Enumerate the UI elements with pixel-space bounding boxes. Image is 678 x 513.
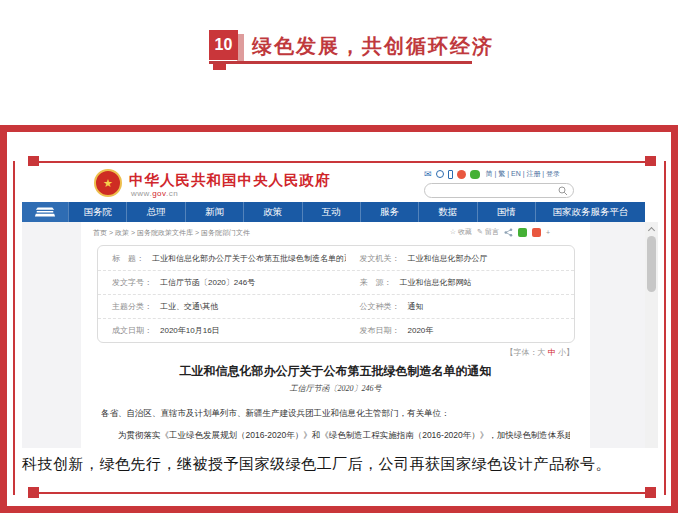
slide-number-badge: 10 <box>209 30 238 60</box>
meta-cell-source: 来 源： 工业和信息化部网站 <box>346 277 574 288</box>
weibo-icon[interactable] <box>457 170 466 179</box>
meta-label: 来 源： <box>360 277 392 288</box>
nav-item-hudong[interactable]: 互动 <box>302 202 360 222</box>
national-emblem-icon[interactable]: ★ <box>94 169 122 197</box>
rss-icon[interactable] <box>436 170 444 178</box>
inner-border-right <box>664 161 666 495</box>
meta-label: 发文机关： <box>360 253 400 264</box>
content-card: 首页 > 政策 > 国务院政策文件库 > 国务院部门文件 ☆ 收藏 ✎ 留言 + <box>81 222 590 448</box>
inner-border-top <box>32 161 652 163</box>
url-www: www. <box>131 189 152 198</box>
topbar-icons: ✉ 简 | 繁 | EN | 注册 | 登录 <box>424 169 560 179</box>
nav-item-guoqing[interactable]: 国情 <box>477 202 535 222</box>
search-box[interactable] <box>424 183 574 198</box>
meta-cell-doctype: 公文种类： 通知 <box>346 301 574 312</box>
more-share-button[interactable]: + <box>546 229 550 236</box>
slide-title: 绿色发展，共创循环经济 <box>252 31 494 61</box>
badge-shadow <box>237 34 244 63</box>
site-name[interactable]: 中华人民共和国中央人民政府 <box>129 171 331 190</box>
meta-cell-title: 标 题： 工业和信息化部办公厅关于公布第五批绿色制造名单的通知 <box>98 253 346 264</box>
nav-item-guowuyuan[interactable]: 国务院 <box>68 202 126 222</box>
meta-label: 发布日期： <box>360 325 400 336</box>
badge-stub <box>213 64 226 70</box>
wechat-share-icon[interactable] <box>518 228 527 237</box>
meta-cell-written-date: 成文日期： 2020年10月16日 <box>98 325 346 336</box>
language-links[interactable]: 简 | 繁 | EN | 注册 | 登录 <box>486 169 561 179</box>
slide-caption: 科技创新，绿色先行，继被授予国家级绿色工厂后，公司再获国家绿色设计产品称号。 <box>22 452 656 475</box>
meta-value: 工业和信息化部办公厅关于公布第五批绿色制造名单的通知 <box>152 253 346 264</box>
site-url: www.gov.cn <box>131 189 178 198</box>
wechat-icon[interactable] <box>470 170 480 179</box>
meta-label: 发文字号： <box>112 277 152 288</box>
meta-cell-issuer: 发文机关： 工业和信息化部办公厅 <box>346 253 574 264</box>
document-paragraph: 为贯彻落实《工业绿色发展规划（2016-2020年）》和《绿色制造工程实施指南（… <box>101 429 570 442</box>
font-large-button[interactable]: 大 <box>538 348 546 357</box>
url-cn: .cn <box>166 189 178 198</box>
nav-home-item[interactable] <box>22 202 68 222</box>
mobile-icon[interactable] <box>448 170 453 179</box>
nav-item-zhengwu-platform[interactable]: 国家政务服务平台 <box>535 202 645 222</box>
page-actions: ☆ 收藏 ✎ 留言 + <box>450 227 550 237</box>
meta-label: 公文种类： <box>360 301 400 312</box>
search-input[interactable] <box>432 185 554 196</box>
inner-border-left <box>13 161 15 495</box>
font-size-bar: 【字体：大 中 小】 <box>506 347 574 358</box>
document-paragraph: 各省、自治区、直辖市及计划单列市、新疆生产建设兵团工业和信息化主管部门，有关单位… <box>101 407 570 420</box>
nav-item-zhengce[interactable]: 政策 <box>243 202 301 222</box>
corner-square-bottom-left <box>28 487 39 498</box>
meta-cell-category: 主题分类： 工业、交通\其他 <box>98 301 346 312</box>
scrollbar[interactable] <box>645 222 658 448</box>
nav-item-shuju[interactable]: 数据 <box>418 202 476 222</box>
corner-square-bottom-right <box>645 487 656 498</box>
meta-value: 工业和信息化部办公厅 <box>408 253 488 264</box>
nav-item-zongli[interactable]: 总理 <box>126 202 184 222</box>
mail-icon[interactable]: ✉ <box>424 170 432 179</box>
meta-label: 成文日期： <box>112 325 152 336</box>
url-gov: gov <box>152 189 166 198</box>
share-icon[interactable] <box>504 228 513 237</box>
meta-value: 通知 <box>408 301 424 312</box>
document-title: 工业和信息化部办公厅关于公布第五批绿色制造名单的通知 <box>81 363 590 380</box>
slide: 10 绿色发展，共创循环经济 ★ 中华人民共和国中央人民政府 www.gov.c… <box>0 0 678 513</box>
meta-value: 工业、交通\其他 <box>160 301 218 312</box>
site-header: ★ 中华人民共和国中央人民政府 www.gov.cn ✉ 简 | 繁 | EN … <box>22 166 658 202</box>
title-underline <box>209 61 472 64</box>
scroll-up-arrow-icon[interactable] <box>648 227 655 234</box>
webpage-screenshot: ★ 中华人民共和国中央人民政府 www.gov.cn ✉ 简 | 繁 | EN … <box>22 166 658 448</box>
fontbar-suffix: 】 <box>566 348 574 357</box>
weibo-share-icon[interactable] <box>532 228 541 237</box>
inner-border-bottom <box>32 492 652 494</box>
comment-button[interactable]: ✎ 留言 <box>477 227 499 237</box>
font-small-button[interactable]: 小 <box>558 348 566 357</box>
table-row: 主题分类： 工业、交通\其他 公文种类： 通知 <box>98 294 574 318</box>
breadcrumb[interactable]: 首页 > 政策 > 国务院政策文件库 > 国务院部门文件 <box>93 228 250 238</box>
meta-value: 工信厅节函〔2020〕246号 <box>160 277 255 288</box>
main-nav: 国务院 总理 新闻 政策 互动 服务 数据 国情 国家政务服务平台 <box>22 202 645 222</box>
font-medium-button[interactable]: 中 <box>548 348 556 357</box>
meta-value: 工业和信息化部网站 <box>400 277 472 288</box>
tiananmen-home-icon <box>34 206 56 218</box>
meta-cell-docno: 发文字号： 工信厅节函〔2020〕246号 <box>98 277 346 288</box>
nav-item-fuwu[interactable]: 服务 <box>360 202 418 222</box>
fontbar-prefix: 【字体： <box>506 348 538 357</box>
scrollbar-thumb[interactable] <box>647 236 656 292</box>
meta-label: 主题分类： <box>112 301 152 312</box>
document-meta-table: 标 题： 工业和信息化部办公厅关于公布第五批绿色制造名单的通知 发文机关： 工业… <box>97 245 575 343</box>
search-icon[interactable] <box>558 186 568 196</box>
meta-cell-publish-date: 发布日期： 2020年 <box>346 325 574 336</box>
meta-label: 标 题： <box>112 253 144 264</box>
page-body: 首页 > 政策 > 国务院政策文件库 > 国务院部门文件 ☆ 收藏 ✎ 留言 + <box>22 222 658 448</box>
meta-value: 2020年10月16日 <box>160 325 220 336</box>
document-number: 工信厅节函〔2020〕246号 <box>81 383 590 394</box>
meta-value: 2020年 <box>408 325 434 336</box>
nav-item-xinwen[interactable]: 新闻 <box>185 202 243 222</box>
table-row: 成文日期： 2020年10月16日 发布日期： 2020年 <box>98 318 574 342</box>
table-row: 标 题： 工业和信息化部办公厅关于公布第五批绿色制造名单的通知 发文机关： 工业… <box>98 246 574 270</box>
favorite-button[interactable]: ☆ 收藏 <box>450 227 472 237</box>
table-row: 发文字号： 工信厅节函〔2020〕246号 来 源： 工业和信息化部网站 <box>98 270 574 294</box>
